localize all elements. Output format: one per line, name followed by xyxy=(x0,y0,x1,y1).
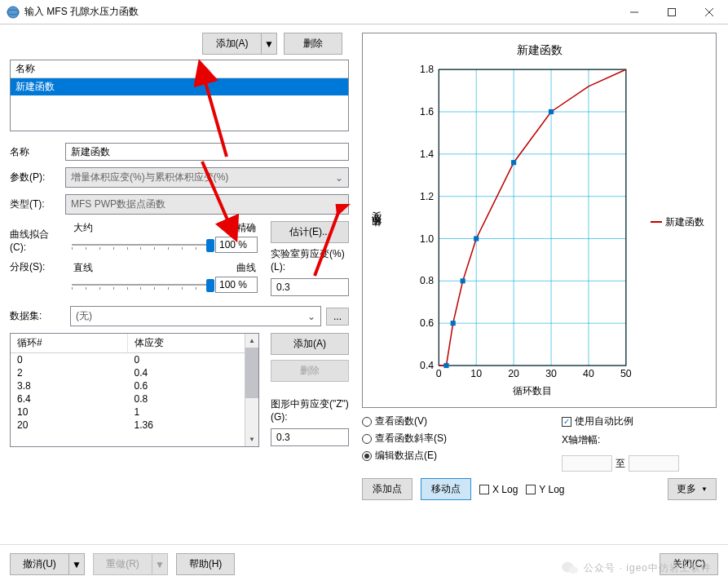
radio-edit-points[interactable]: 编辑数据点(E) xyxy=(362,449,554,463)
chart-title: 新建函数 xyxy=(369,43,709,58)
line-label: 直线 xyxy=(73,261,93,275)
list-item[interactable]: 新建函数 xyxy=(11,78,348,95)
chevron-down-icon: ⌄ xyxy=(335,172,343,184)
move-point-button[interactable]: 移动点 xyxy=(421,478,471,500)
chart-legend: 新建函数 xyxy=(651,215,704,229)
segments-slider[interactable] xyxy=(72,277,210,292)
table-header-strain[interactable]: 体应变 xyxy=(128,334,245,353)
help-button[interactable]: 帮助(H) xyxy=(176,553,235,575)
exact-label: 精确 xyxy=(236,221,256,235)
add-dropdown-icon[interactable]: ▼ xyxy=(261,33,277,55)
minimize-button[interactable] xyxy=(615,0,653,24)
radio-view-function[interactable]: 查看函数(V) xyxy=(362,414,554,428)
chart-plot[interactable]: 010203040500.40.60.81.01.21.41.61.8循环数目 xyxy=(384,64,709,399)
type-combo[interactable]: MFS PWP数据点函数⌄ xyxy=(65,194,349,215)
svg-rect-40 xyxy=(549,109,554,114)
svg-rect-37 xyxy=(461,278,465,283)
table-header-cycle[interactable]: 循环# xyxy=(11,334,128,353)
checkbox-auto-scale[interactable]: ✓使用自动比例 xyxy=(562,414,717,428)
svg-text:0: 0 xyxy=(436,368,442,379)
table-row[interactable]: 201.36 xyxy=(11,419,245,432)
chevron-down-icon[interactable]: ▼ xyxy=(152,553,168,575)
svg-text:循环数目: 循环数目 xyxy=(513,385,552,397)
chevron-down-icon: ▼ xyxy=(701,485,708,493)
list-header[interactable]: 名称︿ xyxy=(11,60,348,78)
chevron-down-icon: ⌄ xyxy=(307,311,315,322)
params-label: 参数(P): xyxy=(10,171,65,184)
svg-text:1.0: 1.0 xyxy=(420,233,434,245)
undo-button[interactable]: 撤消(U) ▼ xyxy=(10,553,85,575)
svg-point-43 xyxy=(569,566,578,574)
title-bar: 输入 MFS 孔隙水压力函数 xyxy=(0,0,728,24)
svg-text:10: 10 xyxy=(470,368,482,379)
table-row[interactable]: 6.40.8 xyxy=(11,392,245,406)
svg-text:1.8: 1.8 xyxy=(420,64,434,75)
wechat-icon xyxy=(561,561,579,575)
svg-rect-39 xyxy=(511,160,516,165)
lab-shear-label: 实验室剪应变(%)(L): xyxy=(271,248,349,273)
svg-text:20: 20 xyxy=(508,368,519,379)
add-function-button[interactable]: 添加(A) ▼ xyxy=(202,33,277,55)
footer-bar: 撤消(U) ▼ 重做(R) ▼ 帮助(H) 关闭(C) 公众号 · igeo中仿… xyxy=(0,544,728,583)
add-row-button[interactable]: 添加(A) xyxy=(271,333,349,355)
table-row[interactable]: 00 xyxy=(11,353,245,367)
checkbox-ylog[interactable]: Y Log xyxy=(526,484,564,495)
more-button[interactable]: 更多▼ xyxy=(668,478,717,500)
type-label: 类型(T): xyxy=(10,197,65,211)
svg-text:1.6: 1.6 xyxy=(420,106,434,117)
estimate-button[interactable]: 估计(E)... xyxy=(271,221,349,243)
segments-value[interactable]: 100 % xyxy=(215,277,258,293)
table-row[interactable]: 20.4 xyxy=(11,366,245,379)
delete-row-button[interactable]: 删除 xyxy=(271,360,349,382)
table-row[interactable]: 101 xyxy=(11,406,245,419)
svg-rect-3 xyxy=(668,8,676,16)
sort-indicator-icon: ︿ xyxy=(205,64,212,73)
graph-shear-label: 图形中剪应变("Z")(G): xyxy=(271,398,349,423)
table-row[interactable]: 3.80.6 xyxy=(11,379,245,392)
app-icon xyxy=(7,6,20,19)
delete-function-button[interactable]: 删除 xyxy=(284,33,342,55)
name-label: 名称 xyxy=(10,145,65,159)
svg-text:40: 40 xyxy=(583,368,594,379)
function-list[interactable]: 名称︿ 新建函数 xyxy=(10,60,349,131)
params-combo[interactable]: 增量体积应变(%)与累积体积应变(%)⌄ xyxy=(65,167,349,188)
dataset-combo[interactable]: (无)⌄ xyxy=(70,306,321,326)
lab-shear-input[interactable] xyxy=(271,278,349,296)
approx-label: 大约 xyxy=(73,221,93,235)
curve-fit-label: 曲线拟合(C): xyxy=(10,228,59,260)
curve-fit-value[interactable]: 100 % xyxy=(215,237,258,253)
scroll-down-icon[interactable]: ▼ xyxy=(245,432,258,446)
table-scrollbar[interactable]: ▲ ▼ xyxy=(245,334,258,446)
chart-ylabel: 体积应变 xyxy=(370,228,384,235)
svg-text:0.4: 0.4 xyxy=(420,360,434,371)
x-incr-from-input[interactable] xyxy=(562,455,612,472)
chevron-down-icon: ⌄ xyxy=(335,199,343,211)
redo-button[interactable]: 重做(R) ▼ xyxy=(93,553,168,575)
name-input[interactable] xyxy=(65,143,349,161)
svg-text:50: 50 xyxy=(620,368,632,379)
x-incr-to-input[interactable] xyxy=(629,455,679,472)
segments-label: 分段(S): xyxy=(10,260,59,285)
scroll-up-icon[interactable]: ▲ xyxy=(245,334,258,348)
radio-view-slope[interactable]: 查看函数斜率(S) xyxy=(362,432,554,445)
svg-text:1.2: 1.2 xyxy=(420,191,434,202)
dataset-browse-button[interactable]: ... xyxy=(326,308,349,326)
curve-fit-slider[interactable] xyxy=(72,237,210,252)
checkbox-xlog[interactable]: X Log xyxy=(479,484,518,495)
svg-text:30: 30 xyxy=(545,368,557,379)
x-increment-label: X轴增幅: xyxy=(562,433,717,447)
chart-container: 新建函数 体积应变 010203040500.40.60.81.01.21.41… xyxy=(362,33,717,408)
data-table[interactable]: 循环# 体应变 0020.43.80.66.40.8101201.36 ▲ ▼ xyxy=(10,333,259,447)
graph-shear-input[interactable] xyxy=(271,428,349,446)
svg-rect-36 xyxy=(451,321,456,326)
window-title: 输入 MFS 孔隙水压力函数 xyxy=(24,5,615,19)
curve-label: 曲线 xyxy=(236,261,256,275)
chevron-down-icon[interactable]: ▼ xyxy=(68,553,85,575)
maximize-button[interactable] xyxy=(653,0,690,24)
add-point-button[interactable]: 添加点 xyxy=(362,478,413,500)
svg-text:0.8: 0.8 xyxy=(420,275,434,286)
svg-text:0.6: 0.6 xyxy=(420,317,434,329)
close-button[interactable] xyxy=(690,0,728,24)
svg-rect-34 xyxy=(439,69,626,366)
svg-rect-35 xyxy=(443,363,448,368)
